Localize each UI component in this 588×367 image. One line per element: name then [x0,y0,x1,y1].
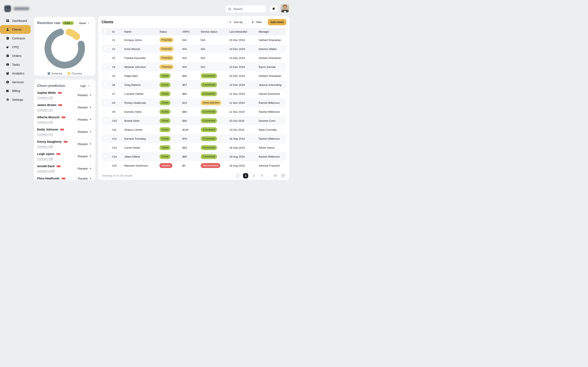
prevent-label: Prevent [78,106,87,109]
sidebar-item-cpq[interactable]: CPQ [0,43,31,51]
table-row: #1Enrique JohnsPotentialN/AN/A23 Dec 202… [102,35,286,44]
select-all-checkbox[interactable] [103,30,107,33]
pie-icon [6,72,9,75]
row-checkbox[interactable] [103,163,107,167]
row-checkbox[interactable] [103,154,107,158]
column-header-status: Status [158,30,181,33]
search-input[interactable]: Search [226,6,266,12]
cell-manager: Harold Schimmel [258,92,286,95]
status-badge: Active [159,154,171,159]
churn-client-name: Kenny Daugherty [37,140,62,144]
row-checkbox[interactable] [103,56,107,59]
sort-by-button[interactable]: Sort by [226,19,245,25]
cell-id: #10 [111,119,123,122]
sidebar-item-tasks[interactable]: Tasks [0,60,31,69]
sidebar-item-contracts[interactable]: Contracts [0,34,31,43]
churn-item: Emily JohnsonContract #33Prevent [37,126,92,138]
row-checkbox[interactable] [103,109,107,113]
prevent-link[interactable]: Prevent [78,118,92,121]
cell-manager: Rachel Wilkinson [258,101,286,104]
risk-level-select[interactable]: High [78,83,92,89]
row-checkbox[interactable] [103,38,107,42]
task-icon [6,63,9,66]
legend-swatch [68,72,70,75]
contract-link[interactable]: Contract #106 [37,169,54,173]
sidebar-item-label: Dashboard [12,19,27,22]
row-checkbox[interactable] [103,118,107,122]
prevent-link[interactable]: Prevent [78,130,92,133]
row-checkbox[interactable] [103,136,107,140]
row-checkbox[interactable] [103,100,107,104]
avatar-face [283,6,287,9]
sidebar-item-settings[interactable]: Settings [0,95,31,104]
prevent-link[interactable]: Prevent [78,177,92,180]
contract-link[interactable]: Contract #26 [37,120,53,124]
contract-link[interactable]: Contract #33 [37,133,53,136]
prevent-link[interactable]: Prevent [78,142,92,146]
contract-link[interactable]: Contract #19 [37,96,53,99]
row-checkbox[interactable] [103,74,107,77]
sidebar-item-billing[interactable]: Billing [0,86,31,95]
service-status-badge: Need attention [201,100,221,105]
pagination-next-button[interactable] [280,173,286,178]
sidebar-item-label: CPQ [12,45,19,49]
status-badge: Potential [159,38,173,42]
status-badge: Active [159,100,171,105]
row-checkbox[interactable] [103,127,107,131]
status-badge: Potential [159,64,173,69]
service-status-badge: Connected [201,145,217,150]
filter-button[interactable]: Filter [248,19,265,25]
churn-risk-indicator [58,104,62,106]
pagination: 123...10 [235,173,286,178]
pagination-page-1[interactable]: 1 [243,173,248,178]
contract-link[interactable]: Contract #22 [37,108,53,111]
row-checkbox[interactable] [103,145,107,149]
sidebar-item-clients[interactable]: Clients [0,25,31,34]
cell-last-interaction: 11 Nov 2024 [228,101,258,104]
prevent-link[interactable]: Prevent [78,155,92,158]
pagination-page-2[interactable]: 2 [251,173,256,178]
cell-name: Carrie Hickle [123,146,158,149]
pagination-page-10[interactable]: 10 [273,173,278,178]
status-badge: Potential [159,55,173,60]
row-checkbox[interactable] [103,92,107,95]
status-badge: Active [159,127,171,132]
pagination-prev-button[interactable] [235,173,241,178]
notifications-button[interactable] [270,6,277,12]
sidebar-item-dashboard[interactable]: Dashboard [0,16,31,25]
column-header-manager: Manager [258,30,286,33]
add-client-button[interactable]: Add client [268,19,286,25]
sidebar-item-services[interactable]: Services [0,78,31,86]
prevent-link[interactable]: Prevent [78,106,92,109]
status-badge: Active [159,136,171,141]
status-badge: Active [159,73,171,78]
add-client-label: Add client [270,21,284,24]
sidebar-item-orders[interactable]: Orders [0,51,31,60]
chevron-right-icon [282,174,285,177]
row-checkbox[interactable] [103,83,107,86]
churn-risk-indicator [58,92,62,94]
row-checkbox[interactable] [103,65,107,68]
pagination-page-3[interactable]: 3 [259,173,265,178]
prevent-link[interactable]: Prevent [78,94,92,97]
period-select[interactable]: Week [77,20,92,26]
cell-manager: Ryan Connelly [258,128,286,131]
prevent-label: Prevent [78,155,87,158]
prevent-label: Prevent [78,130,87,133]
contract-link[interactable]: Contract #58 [37,157,53,160]
nut-icon [6,80,9,84]
cell-service-status: N/A [201,48,205,50]
prevent-link[interactable]: Prevent [78,167,92,170]
contract-link[interactable]: Contract #36 [37,145,53,148]
sidebar-item-label: Orders [12,54,21,58]
arrow-up-right-icon [89,167,92,170]
sidebar-nav: DashboardClientsContractsCPQOrdersTasksA… [0,16,31,104]
retention-badge: +3.6% [62,21,74,25]
avatar[interactable] [281,4,289,12]
cell-name: Lorraine Harber [123,92,158,95]
churn-risk-indicator [63,141,68,143]
search-placeholder: Search [233,7,242,11]
sidebar-item-analytics[interactable]: Analytics [0,69,31,78]
grid-icon [6,19,9,22]
row-checkbox[interactable] [103,47,107,50]
